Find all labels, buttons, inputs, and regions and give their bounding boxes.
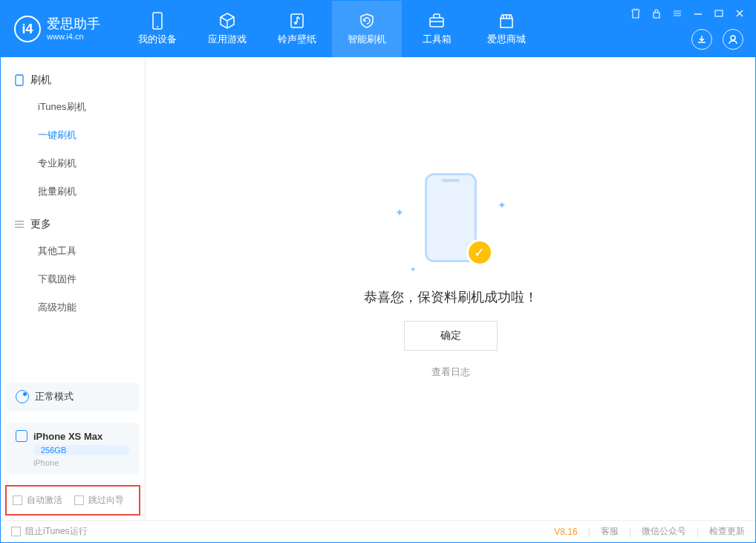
svg-point-3: [294, 22, 297, 25]
device-mode-label: 正常模式: [35, 390, 74, 403]
checkbox-label: 自动激活: [27, 494, 62, 507]
device-capacity: 256GB: [33, 445, 130, 455]
separator: |: [629, 527, 631, 537]
svg-rect-5: [654, 13, 659, 18]
version-label: V8.16: [554, 527, 577, 537]
sidebar-section-flash: 刷机 iTunes刷机 一键刷机 专业刷机 批量刷机: [1, 68, 145, 206]
sparkle-icon: ✦: [498, 199, 506, 211]
toolbox-icon: [428, 12, 446, 30]
minimize-button[interactable]: [691, 7, 705, 20]
sidebar: 刷机 iTunes刷机 一键刷机 专业刷机 批量刷机 更多 其他工具 下载固件 …: [1, 57, 146, 520]
device-info-box[interactable]: iPhone XS Max 256GB iPhone: [7, 423, 139, 475]
sparkle-icon: ✦: [410, 265, 416, 273]
app-name: 爱思助手: [47, 16, 100, 33]
sidebar-item-advanced[interactable]: 高级功能: [1, 293, 145, 322]
refresh-shield-icon: [358, 12, 376, 30]
sidebar-header-more[interactable]: 更多: [1, 212, 145, 237]
header: i4 爱思助手 www.i4.cn 我的设备 应用游戏 铃声壁纸 智能刷机 工具…: [1, 1, 755, 57]
check-update-link[interactable]: 检查更新: [709, 525, 745, 538]
sidebar-item-itunes-flash[interactable]: iTunes刷机: [1, 93, 145, 121]
tab-toolbox[interactable]: 工具箱: [402, 1, 472, 57]
footer-right: V8.16 | 客服 | 微信公众号 | 检查更新: [554, 525, 745, 538]
sidebar-item-download-firmware[interactable]: 下载固件: [1, 265, 145, 293]
sidebar-section-more: 更多 其他工具 下载固件 高级功能: [1, 212, 145, 322]
shirt-icon[interactable]: [629, 7, 642, 20]
highlighted-checkbox-row: 自动激活 跳过向导: [5, 485, 140, 516]
separator: |: [588, 527, 590, 537]
tab-flash[interactable]: 智能刷机: [332, 1, 402, 57]
checkbox-icon: [13, 495, 22, 505]
logo-icon: i4: [14, 16, 41, 42]
sidebar-item-pro-flash[interactable]: 专业刷机: [1, 149, 145, 178]
list-icon: [14, 219, 25, 230]
separator: |: [697, 527, 699, 537]
app-url: www.i4.cn: [47, 32, 100, 42]
check-badge-icon: ✓: [466, 239, 493, 266]
body: 刷机 iTunes刷机 一键刷机 专业刷机 批量刷机 更多 其他工具 下载固件 …: [1, 57, 755, 520]
checkbox-skip-guide[interactable]: 跳过向导: [74, 494, 124, 507]
maximize-button[interactable]: [712, 7, 726, 20]
device-name: iPhone XS Max: [33, 431, 102, 442]
main-content: ✦ ✦ ✦ ✓ 恭喜您，保资料刷机成功啦！ 确定 查看日志: [146, 57, 755, 520]
lock-icon[interactable]: [650, 7, 663, 20]
cube-icon: [218, 12, 236, 30]
tab-label: 应用游戏: [208, 33, 247, 46]
svg-rect-6: [715, 10, 723, 16]
tab-label: 我的设备: [138, 33, 177, 46]
sidebar-header-label: 刷机: [30, 74, 51, 87]
sidebar-item-batch-flash[interactable]: 批量刷机: [1, 178, 145, 206]
device-icon: [14, 75, 25, 85]
phone-small-icon: [16, 430, 27, 442]
tab-label: 工具箱: [423, 33, 452, 46]
tab-apps[interactable]: 应用游戏: [192, 1, 262, 57]
checkbox-icon: [11, 527, 21, 536]
checkbox-label: 阻止iTunes运行: [25, 525, 88, 538]
device-type: iPhone: [33, 458, 130, 467]
mode-icon: [16, 390, 29, 403]
tab-store[interactable]: 爱思商城: [472, 1, 541, 57]
footer: 阻止iTunes运行 V8.16 | 客服 | 微信公众号 | 检查更新: [1, 520, 755, 542]
tab-label: 爱思商城: [487, 33, 526, 46]
music-icon: [288, 12, 306, 30]
logo-text: 爱思助手 www.i4.cn: [47, 16, 100, 42]
svg-rect-4: [430, 18, 443, 27]
sidebar-header-label: 更多: [30, 218, 51, 231]
phone-icon: [149, 12, 166, 30]
success-illustration: ✦ ✦ ✦ ✓: [395, 169, 506, 273]
tab-ringtone[interactable]: 铃声壁纸: [262, 1, 332, 57]
download-button[interactable]: [691, 29, 712, 50]
sidebar-header-flash[interactable]: 刷机: [1, 68, 145, 93]
ok-button[interactable]: 确定: [404, 321, 498, 351]
svg-rect-8: [16, 75, 23, 85]
header-actions: [691, 29, 743, 50]
checkbox-label: 跳过向导: [88, 494, 124, 507]
checkbox-auto-activate[interactable]: 自动激活: [13, 494, 62, 507]
store-icon: [498, 12, 515, 30]
close-button[interactable]: [733, 7, 746, 20]
sparkle-icon: ✦: [395, 207, 404, 218]
main-tabs: 我的设备 应用游戏 铃声壁纸 智能刷机 工具箱 爱思商城: [123, 1, 541, 57]
checkbox-block-itunes[interactable]: 阻止iTunes运行: [11, 525, 88, 538]
account-button[interactable]: [723, 29, 743, 50]
sidebar-item-oneclick-flash[interactable]: 一键刷机: [1, 121, 145, 149]
success-message: 恭喜您，保资料刷机成功啦！: [364, 288, 538, 306]
checkbox-icon: [74, 495, 84, 505]
svg-point-7: [731, 36, 735, 40]
logo[interactable]: i4 爱思助手 www.i4.cn: [1, 1, 114, 57]
tab-label: 铃声壁纸: [278, 33, 316, 46]
sidebar-item-other-tools[interactable]: 其他工具: [1, 237, 145, 265]
window-controls: [629, 7, 746, 20]
view-log-link[interactable]: 查看日志: [431, 365, 470, 379]
svg-point-1: [157, 26, 158, 27]
tab-my-device[interactable]: 我的设备: [123, 1, 192, 57]
menu-icon[interactable]: [671, 7, 684, 20]
device-mode-box[interactable]: 正常模式: [7, 383, 139, 411]
tab-label: 智能刷机: [348, 33, 386, 46]
support-link[interactable]: 客服: [601, 525, 619, 538]
wechat-link[interactable]: 微信公众号: [642, 525, 686, 538]
